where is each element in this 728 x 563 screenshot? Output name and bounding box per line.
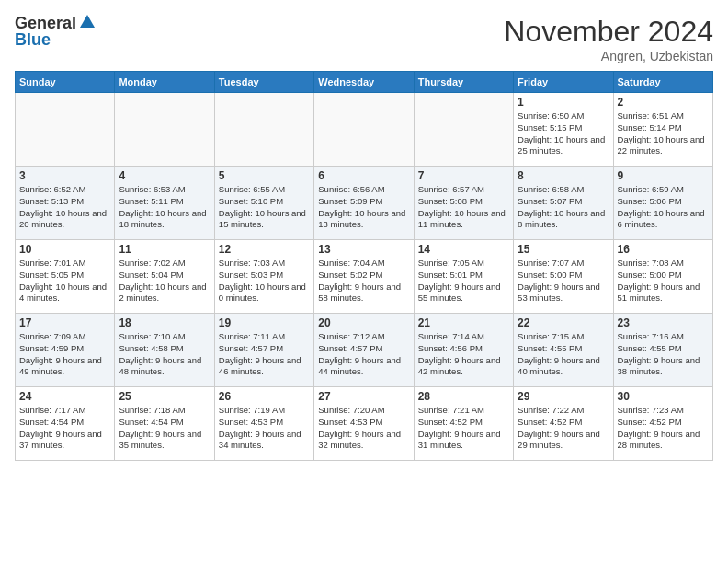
day-number: 8 [518,169,609,182]
day-info: Sunrise: 7:17 AM Sunset: 4:54 PM Dayligh… [19,405,110,452]
logo-blue-text: Blue [15,31,51,48]
header-friday: Friday [514,72,613,93]
day-info: Sunrise: 6:58 AM Sunset: 5:07 PM Dayligh… [518,184,609,231]
day-info: Sunrise: 7:01 AM Sunset: 5:05 PM Dayligh… [19,258,110,304]
logo: General Blue [15,15,95,48]
day-info: Sunrise: 6:51 AM Sunset: 5:14 PM Dayligh… [618,110,709,157]
calendar-cell: 25Sunrise: 7:18 AM Sunset: 4:54 PM Dayli… [115,387,214,461]
day-info: Sunrise: 7:08 AM Sunset: 5:00 PM Dayligh… [618,258,709,304]
day-number: 29 [518,390,609,403]
calendar-cell: 21Sunrise: 7:14 AM Sunset: 4:56 PM Dayli… [414,314,513,387]
header-monday: Monday [115,72,214,93]
day-info: Sunrise: 6:52 AM Sunset: 5:13 PM Dayligh… [19,184,110,231]
day-info: Sunrise: 7:14 AM Sunset: 4:56 PM Dayligh… [418,331,509,378]
calendar-cell: 19Sunrise: 7:11 AM Sunset: 4:57 PM Dayli… [214,314,313,387]
header-tuesday: Tuesday [214,72,313,93]
day-info: Sunrise: 7:04 AM Sunset: 5:02 PM Dayligh… [318,258,409,304]
day-number: 30 [618,390,709,403]
calendar-cell: 6Sunrise: 6:56 AM Sunset: 5:09 PM Daylig… [314,167,414,240]
day-number: 15 [518,243,609,256]
day-number: 21 [418,316,509,329]
day-info: Sunrise: 6:53 AM Sunset: 5:11 PM Dayligh… [119,184,210,231]
day-number: 25 [119,390,210,403]
calendar-cell: 17Sunrise: 7:09 AM Sunset: 4:59 PM Dayli… [16,314,115,387]
day-info: Sunrise: 7:20 AM Sunset: 4:53 PM Dayligh… [318,405,409,452]
logo-icon [80,15,95,28]
day-number: 2 [618,96,709,109]
calendar-cell: 10Sunrise: 7:01 AM Sunset: 5:05 PM Dayli… [16,240,115,314]
day-number: 6 [318,169,409,182]
day-info: Sunrise: 7:16 AM Sunset: 4:55 PM Dayligh… [618,331,709,378]
calendar-cell: 24Sunrise: 7:17 AM Sunset: 4:54 PM Dayli… [16,387,115,461]
calendar-cell: 3Sunrise: 6:52 AM Sunset: 5:13 PM Daylig… [16,167,115,240]
week-row-2: 3Sunrise: 6:52 AM Sunset: 5:13 PM Daylig… [16,167,713,240]
calendar-cell: 18Sunrise: 7:10 AM Sunset: 4:58 PM Dayli… [115,314,214,387]
calendar-cell: 4Sunrise: 6:53 AM Sunset: 5:11 PM Daylig… [115,167,214,240]
day-info: Sunrise: 7:19 AM Sunset: 4:53 PM Dayligh… [219,405,310,452]
day-number: 11 [119,243,210,256]
calendar-cell: 16Sunrise: 7:08 AM Sunset: 5:00 PM Dayli… [613,240,712,314]
day-number: 5 [219,169,310,182]
day-info: Sunrise: 7:23 AM Sunset: 4:52 PM Dayligh… [618,405,709,452]
calendar-header-row: SundayMondayTuesdayWednesdayThursdayFrid… [16,72,713,93]
calendar-cell: 9Sunrise: 6:59 AM Sunset: 5:06 PM Daylig… [613,167,712,240]
day-number: 16 [618,243,709,256]
day-number: 14 [418,243,509,256]
day-number: 24 [19,390,110,403]
day-number: 27 [318,390,409,403]
header-sunday: Sunday [16,72,115,93]
day-info: Sunrise: 6:56 AM Sunset: 5:09 PM Dayligh… [318,184,409,231]
calendar-cell [314,93,414,167]
day-info: Sunrise: 7:05 AM Sunset: 5:01 PM Dayligh… [418,258,509,304]
day-number: 4 [119,169,210,182]
day-info: Sunrise: 6:59 AM Sunset: 5:06 PM Dayligh… [618,184,709,231]
day-number: 26 [219,390,310,403]
day-info: Sunrise: 7:11 AM Sunset: 4:57 PM Dayligh… [219,331,310,378]
calendar-cell: 14Sunrise: 7:05 AM Sunset: 5:01 PM Dayli… [414,240,513,314]
calendar-cell: 7Sunrise: 6:57 AM Sunset: 5:08 PM Daylig… [414,167,513,240]
day-info: Sunrise: 7:09 AM Sunset: 4:59 PM Dayligh… [19,331,110,378]
calendar-cell [414,93,513,167]
calendar-cell: 13Sunrise: 7:04 AM Sunset: 5:02 PM Dayli… [314,240,414,314]
week-row-1: 1Sunrise: 6:50 AM Sunset: 5:15 PM Daylig… [16,93,713,167]
day-number: 22 [518,316,609,329]
calendar-cell: 2Sunrise: 6:51 AM Sunset: 5:14 PM Daylig… [613,93,712,167]
day-number: 17 [19,316,110,329]
day-number: 12 [219,243,310,256]
header-saturday: Saturday [613,72,712,93]
month-title: November 2024 [504,15,713,49]
calendar-cell [115,93,214,167]
calendar-cell: 22Sunrise: 7:15 AM Sunset: 4:55 PM Dayli… [514,314,613,387]
day-info: Sunrise: 7:12 AM Sunset: 4:57 PM Dayligh… [318,331,409,378]
day-info: Sunrise: 7:21 AM Sunset: 4:52 PM Dayligh… [418,405,509,452]
calendar-cell: 28Sunrise: 7:21 AM Sunset: 4:52 PM Dayli… [414,387,513,461]
day-number: 23 [618,316,709,329]
day-info: Sunrise: 7:18 AM Sunset: 4:54 PM Dayligh… [119,405,210,452]
location-title: Angren, Uzbekistan [504,49,713,63]
week-row-3: 10Sunrise: 7:01 AM Sunset: 5:05 PM Dayli… [16,240,713,314]
day-number: 10 [19,243,110,256]
calendar-cell: 11Sunrise: 7:02 AM Sunset: 5:04 PM Dayli… [115,240,214,314]
day-info: Sunrise: 7:03 AM Sunset: 5:03 PM Dayligh… [219,258,310,304]
calendar-cell: 30Sunrise: 7:23 AM Sunset: 4:52 PM Dayli… [613,387,712,461]
calendar-cell: 29Sunrise: 7:22 AM Sunset: 4:52 PM Dayli… [514,387,613,461]
calendar-cell [16,93,115,167]
day-number: 20 [318,316,409,329]
calendar-cell: 15Sunrise: 7:07 AM Sunset: 5:00 PM Dayli… [514,240,613,314]
day-info: Sunrise: 7:15 AM Sunset: 4:55 PM Dayligh… [518,331,609,378]
day-info: Sunrise: 7:10 AM Sunset: 4:58 PM Dayligh… [119,331,210,378]
calendar-cell: 8Sunrise: 6:58 AM Sunset: 5:07 PM Daylig… [514,167,613,240]
day-number: 1 [518,96,609,109]
page-header: General Blue November 2024 Angren, Uzbek… [15,15,713,63]
calendar-cell: 5Sunrise: 6:55 AM Sunset: 5:10 PM Daylig… [214,167,313,240]
title-block: November 2024 Angren, Uzbekistan [504,15,713,63]
calendar-cell: 12Sunrise: 7:03 AM Sunset: 5:03 PM Dayli… [214,240,313,314]
day-info: Sunrise: 7:02 AM Sunset: 5:04 PM Dayligh… [119,258,210,304]
calendar-cell [214,93,313,167]
week-row-5: 24Sunrise: 7:17 AM Sunset: 4:54 PM Dayli… [16,387,713,461]
day-info: Sunrise: 6:50 AM Sunset: 5:15 PM Dayligh… [518,110,609,157]
calendar-cell: 1Sunrise: 6:50 AM Sunset: 5:15 PM Daylig… [514,93,613,167]
logo-general-text: General [15,15,76,31]
header-wednesday: Wednesday [314,72,414,93]
day-number: 19 [219,316,310,329]
